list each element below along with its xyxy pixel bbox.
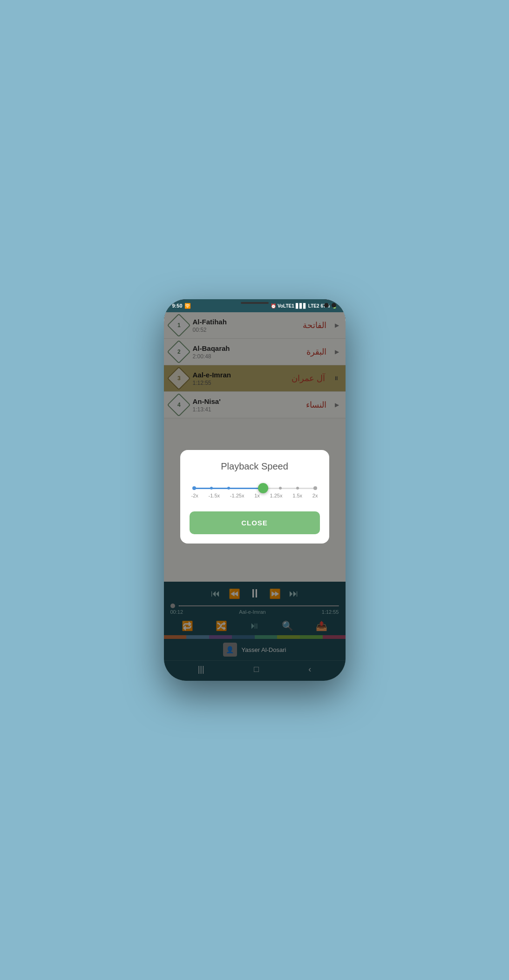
speed-label-5: 1.5x — [292, 493, 302, 498]
slider-track[interactable] — [194, 488, 315, 489]
speed-label-1: -1.5x — [209, 493, 220, 498]
speed-slider-container[interactable]: -2x -1.5x -1.25x 1x 1.25x 1.5x 2x — [190, 483, 320, 508]
speed-label-3: 1x — [254, 493, 260, 498]
phone-screen: 9:50 🛜 ⏰ VoLTE1 ▋▋▋ LTE2 67% 🔋 1 Al-Fati… — [164, 299, 346, 681]
status-time: 9:50 — [172, 303, 183, 309]
slider-thumb[interactable] — [258, 483, 268, 493]
phone-frame: 9:50 🛜 ⏰ VoLTE1 ▋▋▋ LTE2 67% 🔋 1 Al-Fati… — [164, 299, 346, 681]
dot-pos-0 — [192, 486, 196, 490]
dot-pos-5 — [279, 487, 282, 490]
screen-content: 1 Al-Fatihah 00:52 الفاتحة ▶ 2 Al-Baqara… — [164, 312, 346, 681]
modal-title: Playback Speed — [190, 461, 320, 472]
slider-labels: -2x -1.5x -1.25x 1x 1.25x 1.5x 2x — [191, 493, 318, 498]
dot-pos-7 — [313, 486, 317, 490]
status-left: 9:50 🛜 — [172, 303, 191, 309]
dot-pos-6 — [296, 487, 299, 490]
speaker-bar — [241, 302, 269, 304]
speed-label-4: 1.25x — [270, 493, 283, 498]
modal-box: Playback Speed — [180, 450, 329, 544]
signal-bars: ▋▋▋ — [296, 303, 307, 309]
close-button[interactable]: CLOSE — [190, 511, 320, 534]
alarm-icon: ⏰ — [271, 303, 276, 309]
camera-dot-1 — [324, 303, 329, 308]
dot-pos-2 — [227, 487, 230, 490]
speed-label-0: -2x — [191, 493, 198, 498]
signal-text: VoLTE1 — [278, 303, 294, 309]
wifi-icon: 🛜 — [184, 303, 191, 309]
modal-overlay: Playback Speed — [164, 312, 346, 681]
camera-notch — [324, 303, 336, 308]
camera-dot-2 — [332, 303, 336, 308]
speed-label-6: 2x — [312, 493, 318, 498]
lte2-text: LTE2 — [308, 303, 319, 309]
dot-pos-1 — [210, 487, 213, 490]
status-bar: 9:50 🛜 ⏰ VoLTE1 ▋▋▋ LTE2 67% 🔋 — [164, 299, 346, 312]
speed-label-2: -1.25x — [230, 493, 244, 498]
